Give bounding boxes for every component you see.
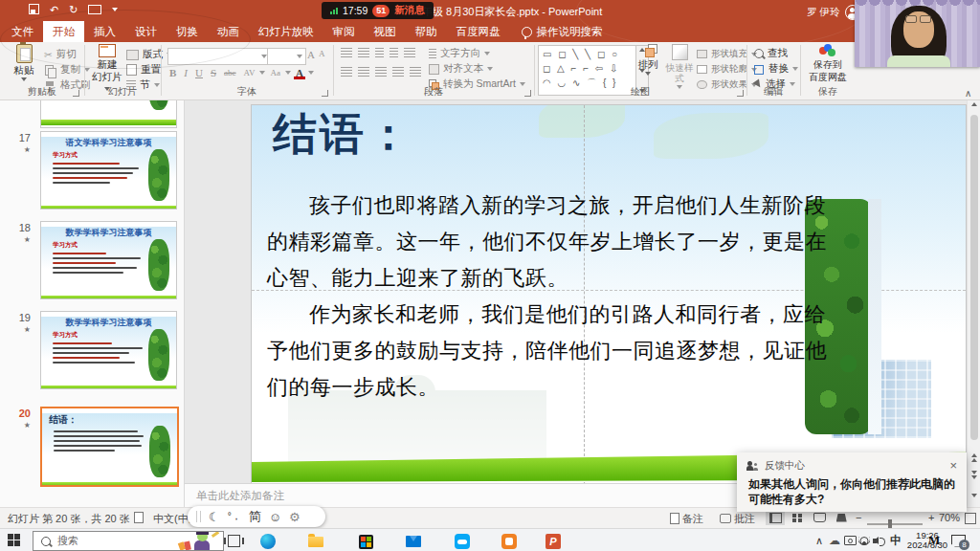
font-size-select[interactable] (267, 48, 306, 65)
punctuation-icon[interactable]: °， (228, 510, 241, 523)
thumbnail-slide-17[interactable]: 语文学科学习注意事项 学习方式 (40, 131, 177, 209)
animation-star-20: ★ (8, 421, 31, 430)
normal-view-button[interactable] (766, 510, 785, 525)
wifi-tray[interactable] (858, 529, 870, 551)
tab-baidu-netdisk[interactable]: 百度网盘 (447, 21, 510, 42)
thumbnail-slide-16[interactable] (40, 99, 177, 128)
columns-icon[interactable] (410, 67, 421, 77)
fit-to-window-icon[interactable] (965, 513, 976, 524)
quick-styles-button[interactable]: 快速样式 (664, 44, 695, 89)
shape-outline-button[interactable]: 形状轮廓 (697, 63, 757, 76)
align-text-button[interactable]: 对齐文本 (429, 62, 493, 76)
taskbar-baidu-netdisk[interactable] (451, 531, 474, 551)
slide-title[interactable]: 结语： (273, 105, 413, 165)
line-spacing-icon[interactable] (404, 48, 415, 57)
previous-slide-icon[interactable] (970, 453, 978, 462)
find-button[interactable]: 查找 (754, 47, 788, 60)
paragraph-dialog-launcher[interactable] (524, 90, 531, 97)
taskbar-mail[interactable] (402, 531, 425, 551)
spellcheck-icon[interactable] (134, 512, 144, 523)
account-area[interactable]: 罗 伊玲 (807, 5, 860, 20)
save-icon[interactable] (29, 4, 39, 14)
font-dialog-launcher[interactable] (322, 90, 328, 97)
feedback-hub-popup[interactable]: 反馈中心 × 如果其他人询问，你向他们推荐此电脑的可能性有多大? (737, 452, 967, 512)
change-case-button[interactable]: Aa (267, 68, 283, 77)
thumbnail-slide-18[interactable]: 数学学科学习注意事项 学习方式 (40, 221, 177, 299)
taskbar-powerpoint[interactable]: P (542, 531, 565, 551)
ime-toolbar[interactable]: ☾ °， 简 ☺ ⚙ (188, 506, 325, 527)
save-to-baidu-button[interactable]: 保存到 百度网盘 (806, 44, 850, 82)
start-button[interactable] (8, 534, 20, 546)
zoom-percentage[interactable]: 70% (939, 512, 960, 523)
drawing-dialog-launcher[interactable] (737, 90, 744, 97)
clipboard-dialog-launcher[interactable] (73, 90, 79, 97)
slide-sorter-view-button[interactable] (788, 510, 807, 525)
tab-slideshow[interactable]: 幻灯片放映 (249, 21, 323, 42)
taskbar-file-explorer[interactable] (304, 531, 327, 551)
zoom-in-button[interactable]: + (928, 512, 934, 523)
task-view-button[interactable] (228, 535, 240, 547)
moon-icon[interactable]: ☾ (209, 510, 220, 524)
italic-button[interactable]: I (181, 67, 190, 78)
tab-review[interactable]: 审阅 (323, 21, 365, 42)
scroll-down-icon[interactable] (970, 494, 978, 497)
taskbar-recorder-app[interactable] (498, 531, 521, 551)
camera-tray[interactable] (844, 529, 857, 551)
gear-icon[interactable]: ⚙ (289, 510, 301, 524)
align-right-icon[interactable] (375, 67, 387, 77)
arrange-button[interactable]: 排列 (634, 44, 662, 76)
vertical-scrollbar[interactable] (967, 99, 980, 507)
collapse-ribbon-icon[interactable]: ∧ (965, 88, 972, 96)
font-color-button[interactable]: A (293, 67, 306, 78)
justify-icon[interactable] (392, 67, 404, 77)
ime-language-indicator[interactable]: 中 (890, 529, 902, 551)
shrink-font-button[interactable]: A (316, 49, 328, 58)
numbering-icon[interactable] (358, 48, 369, 57)
zoom-out-button[interactable]: − (856, 512, 861, 523)
clear-formatting-button[interactable]: abc (221, 68, 239, 77)
align-left-icon[interactable] (341, 67, 352, 77)
slideshow-view-button[interactable] (832, 510, 851, 525)
character-spacing-button[interactable]: AV (241, 68, 258, 77)
replace-button[interactable]: 替换 (754, 62, 798, 76)
customize-qat-icon[interactable] (112, 8, 118, 11)
ime-drag-handle[interactable] (196, 511, 201, 522)
tab-help[interactable]: 帮助 (406, 21, 447, 42)
notes-toggle[interactable]: 备注 (670, 512, 703, 526)
decrease-indent-icon[interactable] (375, 48, 384, 57)
text-direction-button[interactable]: 文字方向 (429, 47, 490, 60)
undo-icon[interactable]: ↶ (50, 5, 58, 14)
reading-view-button[interactable] (810, 510, 829, 525)
start-slideshow-icon[interactable] (88, 5, 101, 14)
scrollbar-thumb[interactable] (970, 115, 978, 440)
onedrive-tray[interactable]: ☁ (829, 529, 840, 551)
bold-button[interactable]: B (167, 67, 179, 78)
slide-canvas[interactable]: 结语： 孩子们也即将踏入新的学习之旅，开启他们人生新阶段的精彩篇章。这一年，他们… (252, 105, 966, 485)
thumbnail-slide-20-selected[interactable]: 结语： (40, 407, 179, 487)
feedback-message[interactable]: 如果其他人询问，你向他们推荐此电脑的可能性有多大? (737, 474, 967, 509)
action-center[interactable]: 8 (951, 529, 966, 551)
zoom-slider[interactable] (867, 523, 923, 525)
ime-mode-simplified[interactable]: 简 (249, 508, 261, 525)
underline-button[interactable]: U (192, 67, 206, 78)
close-icon[interactable]: × (949, 461, 957, 471)
align-center-icon[interactable] (358, 67, 369, 77)
increase-indent-icon[interactable] (390, 48, 398, 57)
taskbar-edge[interactable] (256, 531, 279, 551)
volume-tray[interactable] (873, 529, 880, 551)
slide-body-text[interactable]: 孩子们也即将踏入新的学习之旅，开启他们人生新阶段的精彩篇章。这一年，他们不仅年岁… (267, 187, 835, 406)
webcam-overlay[interactable] (855, 0, 980, 67)
tab-view[interactable]: 视图 (365, 21, 406, 42)
scroll-up-icon[interactable] (970, 102, 978, 106)
notification-pill[interactable]: 17:59 51 新消息 (322, 2, 434, 19)
comments-toggle[interactable]: 批注 (720, 512, 755, 526)
next-slide-icon[interactable] (970, 471, 978, 479)
taskbar-search-box[interactable]: 搜索 (33, 531, 224, 551)
redo-icon[interactable]: ↻ (69, 5, 78, 14)
bullets-icon[interactable] (341, 48, 352, 57)
strikethrough-button[interactable]: S (208, 67, 219, 78)
tray-expand[interactable]: ∧ (815, 529, 823, 551)
thumbnail-slide-19[interactable]: 数学学科学习注意事项 学习方式 (40, 311, 177, 389)
taskbar-store[interactable] (354, 531, 377, 551)
emoji-icon[interactable]: ☺ (269, 510, 281, 524)
